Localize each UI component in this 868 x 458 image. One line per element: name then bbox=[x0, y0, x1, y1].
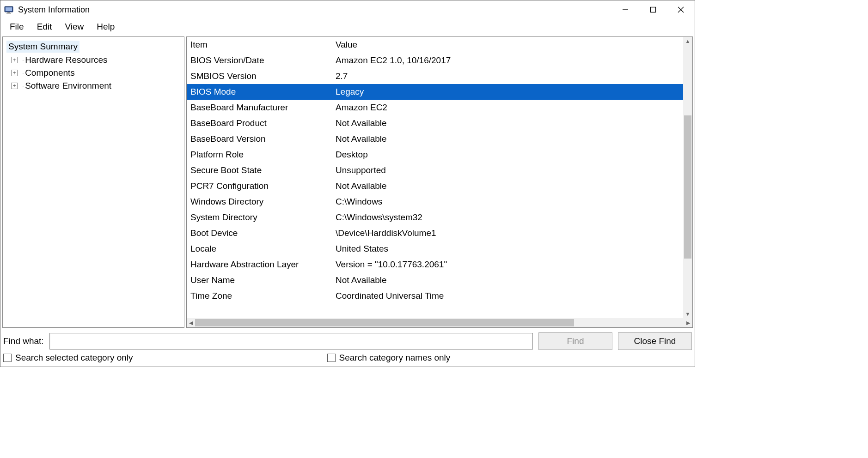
details-table[interactable]: Item Value BIOS Version/DateAmazon EC2 1… bbox=[187, 37, 683, 318]
cell-item: Time Zone bbox=[187, 291, 336, 301]
cell-value: Coordinated Universal Time bbox=[336, 291, 683, 301]
scrollbar-thumb[interactable] bbox=[195, 319, 574, 326]
table-row[interactable]: BaseBoard ProductNot Available bbox=[187, 115, 683, 131]
expand-icon[interactable]: + bbox=[11, 57, 18, 63]
scroll-up-icon[interactable]: ▲ bbox=[683, 37, 692, 45]
table-row[interactable]: System DirectoryC:\Windows\system32 bbox=[187, 210, 683, 225]
close-button[interactable] bbox=[667, 0, 695, 19]
find-bar: Find what: Find Close Find bbox=[0, 330, 695, 351]
table-row[interactable]: PCR7 ConfigurationNot Available bbox=[187, 178, 683, 194]
tree-item-hardware-resources[interactable]: + ·· Hardware Resources bbox=[10, 54, 180, 66]
tree-item-software-environment[interactable]: + ·· Software Environment bbox=[10, 79, 180, 92]
cell-value: Not Available bbox=[336, 118, 683, 128]
find-label: Find what: bbox=[3, 336, 44, 346]
table-row[interactable]: BaseBoard VersionNot Available bbox=[187, 131, 683, 147]
checkbox-icon[interactable] bbox=[327, 354, 336, 362]
cell-value: 2.7 bbox=[336, 71, 683, 81]
cell-value: United States bbox=[336, 244, 683, 254]
minimize-button[interactable] bbox=[611, 0, 639, 19]
table-row[interactable]: Boot Device\Device\HarddiskVolume1 bbox=[187, 225, 683, 241]
menu-edit[interactable]: Edit bbox=[31, 20, 59, 33]
expand-icon[interactable]: + bbox=[11, 70, 18, 76]
cell-item: SMBIOS Version bbox=[187, 71, 336, 81]
checkbox-search-selected-category[interactable]: Search selected category only bbox=[3, 353, 133, 363]
column-header-item[interactable]: Item bbox=[187, 40, 336, 50]
cell-item: Hardware Abstraction Layer bbox=[187, 259, 336, 270]
cell-value: Legacy bbox=[336, 87, 683, 97]
table-row[interactable]: Platform RoleDesktop bbox=[187, 147, 683, 163]
find-options: Search selected category only Search cat… bbox=[0, 351, 695, 367]
svg-rect-3 bbox=[6, 13, 11, 14]
tree-item-label: Components bbox=[25, 68, 75, 78]
checkbox-label: Search selected category only bbox=[15, 353, 133, 363]
app-icon bbox=[4, 5, 13, 14]
scroll-down-icon[interactable]: ▼ bbox=[683, 310, 692, 318]
close-find-button[interactable]: Close Find bbox=[618, 332, 692, 350]
svg-rect-5 bbox=[651, 7, 656, 12]
scroll-left-icon[interactable]: ◀ bbox=[187, 318, 195, 327]
window-title: System Information bbox=[18, 5, 90, 15]
table-row[interactable]: Time ZoneCoordinated Universal Time bbox=[187, 288, 683, 304]
cell-value: \Device\HarddiskVolume1 bbox=[336, 228, 683, 238]
system-information-window: System Information File Edit View Help bbox=[0, 0, 695, 367]
table-row[interactable]: SMBIOS Version2.7 bbox=[187, 68, 683, 84]
tree-item-label: Hardware Resources bbox=[25, 55, 107, 65]
svg-rect-2 bbox=[7, 12, 10, 13]
horizontal-scrollbar[interactable]: ◀ ▶ bbox=[187, 318, 692, 327]
table-row[interactable]: BIOS Version/DateAmazon EC2 1.0, 10/16/2… bbox=[187, 53, 683, 68]
cell-item: PCR7 Configuration bbox=[187, 181, 336, 191]
vertical-scrollbar[interactable]: ▲ ▼ bbox=[683, 37, 692, 318]
table-row[interactable]: Hardware Abstraction LayerVersion = "10.… bbox=[187, 257, 683, 272]
cell-value: Unsupported bbox=[336, 165, 683, 175]
cell-item: BaseBoard Product bbox=[187, 118, 336, 128]
menubar: File Edit View Help bbox=[0, 19, 695, 35]
scrollbar-thumb[interactable] bbox=[684, 115, 691, 259]
tree-item-components[interactable]: + ·· Components bbox=[10, 66, 180, 79]
cell-value: Not Available bbox=[336, 275, 683, 285]
cell-item: Secure Boot State bbox=[187, 165, 336, 175]
find-input[interactable] bbox=[49, 333, 533, 350]
find-button[interactable]: Find bbox=[538, 332, 612, 350]
cell-item: BaseBoard Manufacturer bbox=[187, 102, 336, 113]
cell-value: Amazon EC2 1.0, 10/16/2017 bbox=[336, 55, 683, 66]
cell-value: Desktop bbox=[336, 150, 683, 160]
category-tree-panel: System Summary + ·· Hardware Resources +… bbox=[2, 36, 184, 328]
cell-item: Locale bbox=[187, 244, 336, 254]
cell-value: Not Available bbox=[336, 134, 683, 144]
checkbox-icon[interactable] bbox=[3, 354, 12, 362]
table-row[interactable]: LocaleUnited States bbox=[187, 241, 683, 257]
svg-rect-1 bbox=[6, 7, 12, 11]
table-row[interactable]: BaseBoard ManufacturerAmazon EC2 bbox=[187, 100, 683, 115]
cell-item: BIOS Version/Date bbox=[187, 55, 336, 66]
tree-root-system-summary[interactable]: System Summary bbox=[6, 41, 79, 53]
cell-item: Windows Directory bbox=[187, 197, 336, 207]
table-row[interactable]: Secure Boot StateUnsupported bbox=[187, 163, 683, 178]
cell-value: C:\Windows bbox=[336, 197, 683, 207]
table-row[interactable]: BIOS ModeLegacy bbox=[187, 84, 683, 100]
cell-value: Version = "10.0.17763.2061" bbox=[336, 259, 683, 270]
menu-view[interactable]: View bbox=[58, 20, 90, 33]
menu-help[interactable]: Help bbox=[90, 20, 121, 33]
cell-item: BaseBoard Version bbox=[187, 134, 336, 144]
cell-item: Platform Role bbox=[187, 150, 336, 160]
cell-value: C:\Windows\system32 bbox=[336, 212, 683, 223]
cell-item: User Name bbox=[187, 275, 336, 285]
menu-file[interactable]: File bbox=[3, 20, 31, 33]
details-header[interactable]: Item Value bbox=[187, 37, 683, 53]
cell-item: BIOS Mode bbox=[187, 87, 336, 97]
expand-icon[interactable]: + bbox=[11, 83, 18, 89]
cell-value: Not Available bbox=[336, 181, 683, 191]
table-row[interactable]: Windows DirectoryC:\Windows bbox=[187, 194, 683, 210]
cell-item: System Directory bbox=[187, 212, 336, 223]
table-row[interactable]: User NameNot Available bbox=[187, 272, 683, 288]
details-panel: Item Value BIOS Version/DateAmazon EC2 1… bbox=[186, 36, 693, 328]
scroll-right-icon[interactable]: ▶ bbox=[684, 318, 692, 327]
column-header-value[interactable]: Value bbox=[336, 40, 683, 50]
checkbox-label: Search category names only bbox=[339, 353, 451, 363]
cell-item: Boot Device bbox=[187, 228, 336, 238]
titlebar: System Information bbox=[0, 0, 695, 19]
tree-item-label: Software Environment bbox=[25, 81, 111, 91]
maximize-button[interactable] bbox=[639, 0, 667, 19]
main-content: System Summary + ·· Hardware Resources +… bbox=[0, 35, 695, 330]
checkbox-search-category-names[interactable]: Search category names only bbox=[327, 353, 451, 363]
